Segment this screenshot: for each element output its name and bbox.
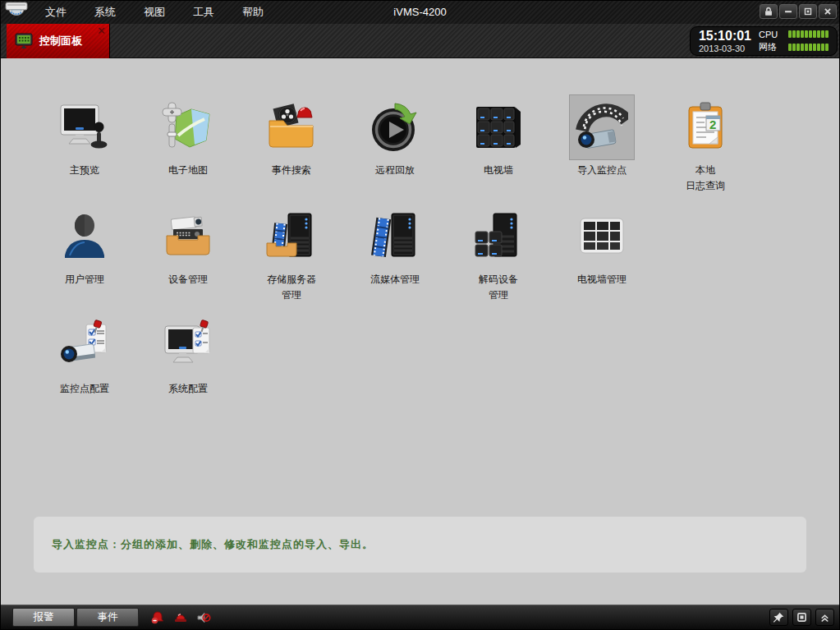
panel-item-tv-wall[interactable]: 电视墙 [447,93,550,202]
tab-control-panel[interactable]: 控制面板 ✕ [7,24,110,58]
panel-item-label: 电视墙 [484,163,513,178]
panel-item-label: 系统配置 [168,381,208,397]
network-meter [788,44,829,51]
panel-item-icon-box [155,94,221,160]
panel-item-import-camera[interactable]: 导入监控点 [550,93,654,202]
panel-item-label: 电子地图 [168,163,208,178]
menu-help[interactable]: 帮助 [232,2,273,23]
restore-window-button[interactable] [792,609,811,626]
camera-config-icon [58,320,111,372]
meter-segment [805,44,808,51]
window-controls [760,4,837,19]
meter-segment [821,30,824,38]
stream-media-icon [369,210,421,263]
meter-segment [796,30,800,38]
panel-item-stream-media[interactable]: 流媒体管理 [343,202,447,311]
collapse-button[interactable] [815,609,834,626]
panel-item-icon-box [259,204,324,269]
panel-item-e-map[interactable]: 电子地图 [136,93,240,202]
launcher-grid: 主预览电子地图事件搜索远程回放电视墙导入监控点2本地 日志查询用户管理设备管理存… [33,93,757,421]
meter-segment [813,44,816,51]
panel-item-label: 解码设备 管理 [479,272,518,302]
menu-bar: 文件系统视图工具帮助 iVMS-4200 [1,1,839,24]
panel-item-label: 设备管理 [168,272,208,287]
panel-item-icon-box [362,94,428,160]
meter-segment [792,30,796,38]
tab-close-icon[interactable]: ✕ [97,25,106,36]
panel-item-label: 监控点配置 [60,381,109,397]
panel-item-icon-box [259,94,324,160]
tab-label: 控制面板 [39,34,82,48]
meter-segment [801,30,804,38]
siren-icon[interactable] [173,610,188,625]
close-button[interactable] [819,4,837,19]
panel-item-tvwall-management[interactable]: 电视墙管理 [550,202,654,311]
bottom-bar: 报警 事件 [1,605,839,629]
meter-segment [788,44,792,51]
import-camera-icon [576,101,628,154]
panel-item-label: 存储服务器 管理 [267,272,316,302]
device-management-icon [162,210,214,263]
local-log-icon: 2 [679,101,732,154]
panel-item-camera-config[interactable]: 监控点配置 [33,311,136,421]
clock-time: 15:10:01 [699,29,751,44]
panel-item-label: 导入监控点 [577,163,627,178]
event-search-icon [265,101,318,154]
meter-segment [817,44,820,51]
app-logo-camera-icon [3,2,30,23]
minimize-button[interactable] [779,4,797,19]
menu-view[interactable]: 视图 [134,2,175,23]
decode-device-icon [472,210,525,263]
panel-item-icon-box [466,204,531,269]
bottom-right-buttons [769,609,834,626]
panel-item-icon-box [155,204,221,269]
panel-item-user-management[interactable]: 用户管理 [33,202,136,311]
alarm-bell-minus-icon[interactable] [150,610,165,625]
tvwall-management-icon [576,210,628,263]
alarm-button[interactable]: 报警 [12,608,75,627]
usage-meters: CPU 网络 [759,30,829,53]
clock-date: 2013-03-30 [699,44,751,53]
meter-segment [801,44,804,51]
panel-item-device-management[interactable]: 设备管理 [136,202,240,311]
meter-segment [809,30,812,38]
meter-segment [792,44,796,51]
cpu-label: CPU [759,30,782,39]
launcher-row: 主预览电子地图事件搜索远程回放电视墙导入监控点2本地 日志查询 [33,93,757,202]
meter-segment [796,44,800,51]
status-panel: 15:10:01 2013-03-30 CPU 网络 [690,26,838,56]
meter-segment [788,30,792,38]
control-panel-content: 主预览电子地图事件搜索远程回放电视墙导入监控点2本地 日志查询用户管理设备管理存… [1,58,839,606]
panel-item-icon-box [52,313,117,379]
menu-file[interactable]: 文件 [35,2,76,23]
tab-bar: 控制面板 ✕ 15:10:01 2013-03-30 CPU 网络 [1,24,839,58]
menu-tools[interactable]: 工具 [183,2,224,23]
panel-item-remote-playback[interactable]: 远程回放 [343,93,447,202]
panel-item-icon-box [569,204,635,269]
panel-item-label: 用户管理 [65,272,104,287]
panel-item-event-search[interactable]: 事件搜索 [240,93,343,202]
launcher-row: 用户管理设备管理存储服务器 管理流媒体管理解码设备 管理电视墙管理 [33,202,757,311]
audio-mute-icon[interactable] [196,610,211,625]
panel-item-label: 远程回放 [375,163,415,178]
control-panel-icon [15,33,33,49]
panel-item-icon-box [52,204,117,269]
meter-segment [813,30,816,38]
maximize-button[interactable] [799,4,817,19]
menu-items: 文件系统视图工具帮助 [35,2,273,23]
pin-button[interactable] [769,609,788,626]
panel-item-storage-server[interactable]: 存储服务器 管理 [240,202,343,311]
meter-segment [825,30,829,38]
panel-item-decode-device[interactable]: 解码设备 管理 [447,202,550,311]
panel-item-icon-box [155,313,221,379]
panel-item-system-config[interactable]: 系统配置 [136,311,240,421]
svg-text:2: 2 [709,117,716,131]
menu-system[interactable]: 系统 [85,2,126,23]
lock-button[interactable] [760,4,778,19]
panel-item-icon-box [362,204,428,269]
meter-segment [805,30,808,38]
panel-item-icon-box: 2 [672,94,738,160]
panel-item-local-log[interactable]: 2本地 日志查询 [654,93,757,202]
panel-item-main-preview[interactable]: 主预览 [33,93,136,202]
event-button[interactable]: 事件 [76,608,139,627]
